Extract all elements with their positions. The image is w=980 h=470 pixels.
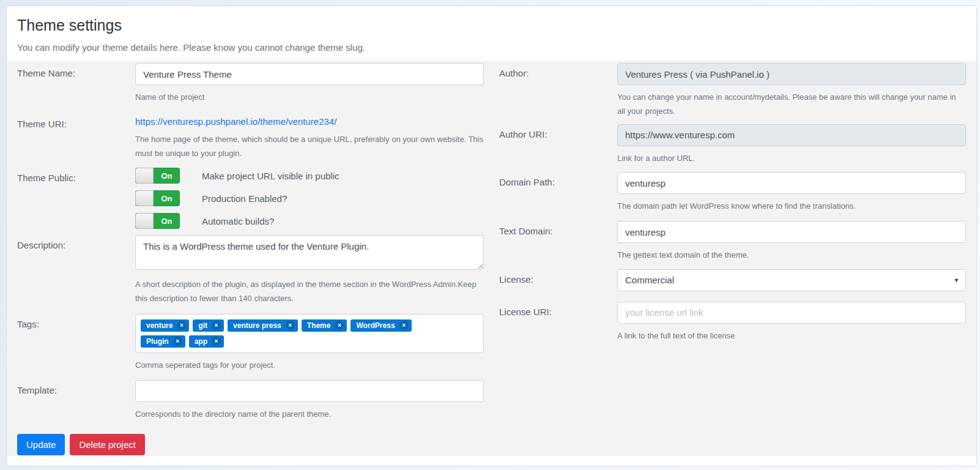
domain-path-help: The domain path let WordPress know where… <box>617 200 966 214</box>
tag-label: app <box>195 335 207 348</box>
form-actions: Update Delete project <box>17 434 484 455</box>
theme-public-label: Theme Public: <box>17 168 135 229</box>
tags-row: Tags: venture×git×venture press×Theme×Wo… <box>17 314 484 373</box>
toggle-row: On Make project URL visible in public <box>135 168 484 184</box>
left-column: Theme Name: Name of the project Theme UR… <box>17 63 484 455</box>
tag-pill: venture press× <box>228 319 298 332</box>
tag-label: venture press <box>233 319 281 332</box>
tag-remove-button[interactable]: × <box>173 337 182 346</box>
text-domain-input[interactable] <box>617 221 966 243</box>
theme-name-row: Theme Name: Name of the project <box>17 63 484 105</box>
theme-uri-row: Theme URI: https://venturesp.pushpanel.i… <box>17 114 484 161</box>
license-selected-value: Commercial <box>625 275 674 285</box>
template-label: Template: <box>17 380 135 422</box>
theme-uri-link[interactable]: https://venturesp.pushpanel.io/theme/ven… <box>135 116 336 127</box>
description-help: A short description of the plugin, as di… <box>135 278 484 306</box>
tag-pill: Plugin× <box>141 335 185 348</box>
domain-path-row: Domain Path: The domain path let WordPre… <box>499 172 966 214</box>
production-enabled-toggle[interactable]: On <box>135 190 180 206</box>
license-label: License: <box>499 269 617 291</box>
template-row: Template: Corresponds to the directory n… <box>17 380 484 422</box>
tag-remove-button[interactable]: × <box>335 321 344 330</box>
tag-pill: WordPress× <box>351 319 411 332</box>
license-row: License: Commercial ▼ <box>499 269 966 291</box>
tags-label: Tags: <box>17 314 135 373</box>
description-label: Description: <box>17 235 135 306</box>
right-column: Author: You can change your name in acco… <box>499 63 966 343</box>
toggle-row: On Production Enabled? <box>135 190 484 206</box>
author-input <box>617 63 966 85</box>
toggle-state-label: On <box>154 213 180 229</box>
public-url-toggle-label: Make project URL visible in public <box>202 171 340 181</box>
license-uri-help: A link to the full text of the license <box>617 329 966 343</box>
author-uri-help: Link for a author URL. <box>617 152 966 166</box>
tag-pill: Theme× <box>302 319 347 332</box>
automatic-builds-toggle-label: Automatic builds? <box>202 216 274 226</box>
template-help: Corresponds to the directory name of the… <box>135 408 484 422</box>
theme-uri-label: Theme URI: <box>17 114 135 161</box>
theme-settings-card: Theme settings You can modify your theme… <box>6 6 977 466</box>
tag-remove-button[interactable]: × <box>399 321 409 330</box>
author-help: You can change your name in account/myde… <box>617 91 966 119</box>
card-header: Theme settings You can modify your theme… <box>7 6 976 61</box>
card-body: Theme Name: Name of the project Theme UR… <box>7 61 976 456</box>
tag-pill: app× <box>189 335 224 348</box>
theme-name-label: Theme Name: <box>17 63 135 105</box>
author-uri-label: Author URI: <box>499 124 617 166</box>
license-uri-row: License URI: A link to the full text of … <box>499 302 966 343</box>
tag-label: venture <box>146 319 173 332</box>
text-domain-label: Text Domain: <box>499 221 617 263</box>
domain-path-input[interactable] <box>617 172 966 194</box>
toggle-row: On Automatic builds? <box>135 213 484 229</box>
domain-path-label: Domain Path: <box>499 172 617 214</box>
license-uri-input[interactable] <box>617 302 966 324</box>
toggle-state-label: On <box>154 190 180 206</box>
tag-label: Plugin <box>146 335 169 348</box>
theme-uri-help: The home page of the theme, which should… <box>135 133 484 161</box>
license-uri-label: License URI: <box>499 302 617 343</box>
production-enabled-toggle-label: Production Enabled? <box>202 193 287 204</box>
update-button[interactable]: Update <box>17 434 65 455</box>
dropdown-arrow-icon: ▼ <box>954 270 959 291</box>
tag-pill: venture× <box>141 319 189 332</box>
author-uri-input <box>617 124 966 146</box>
toggle-state-label: On <box>154 168 180 184</box>
tag-label: WordPress <box>356 319 395 332</box>
tags-help: Comma seperated tags for your project. <box>135 359 484 373</box>
text-domain-row: Text Domain: The gettext text domain of … <box>499 221 966 263</box>
tags-input[interactable]: venture×git×venture press×Theme×WordPres… <box>135 314 484 353</box>
automatic-builds-toggle[interactable]: On <box>135 213 180 229</box>
theme-name-help: Name of the project <box>135 91 484 105</box>
theme-name-input[interactable] <box>135 63 484 85</box>
tag-remove-button[interactable]: × <box>286 321 295 330</box>
license-select[interactable]: Commercial ▼ <box>617 269 966 291</box>
page-subtitle: You can modify your theme details here. … <box>17 42 966 53</box>
text-domain-help: The gettext text domain of the theme. <box>617 248 966 263</box>
description-row: Description: This is a WordPress theme u… <box>17 235 484 306</box>
tag-remove-button[interactable]: × <box>212 321 221 330</box>
author-row: Author: You can change your name in acco… <box>499 63 966 119</box>
toggle-handle <box>135 213 154 229</box>
public-url-toggle[interactable]: On <box>135 168 180 184</box>
tag-label: Theme <box>307 319 331 332</box>
page-title: Theme settings <box>17 17 966 34</box>
tag-remove-button[interactable]: × <box>212 337 221 346</box>
tag-pill: git× <box>193 319 224 332</box>
template-input[interactable] <box>135 380 484 402</box>
theme-public-row: Theme Public: On Make project URL visibl… <box>17 168 484 229</box>
tag-remove-button[interactable]: × <box>177 321 186 330</box>
author-label: Author: <box>499 63 617 119</box>
delete-project-button[interactable]: Delete project <box>70 434 145 455</box>
toggle-handle <box>135 168 154 184</box>
author-uri-row: Author URI: Link for a author URL. <box>499 124 966 166</box>
tag-label: git <box>198 319 207 332</box>
description-textarea[interactable]: This is a WordPress theme used for the V… <box>135 235 484 270</box>
toggle-handle <box>135 190 154 206</box>
